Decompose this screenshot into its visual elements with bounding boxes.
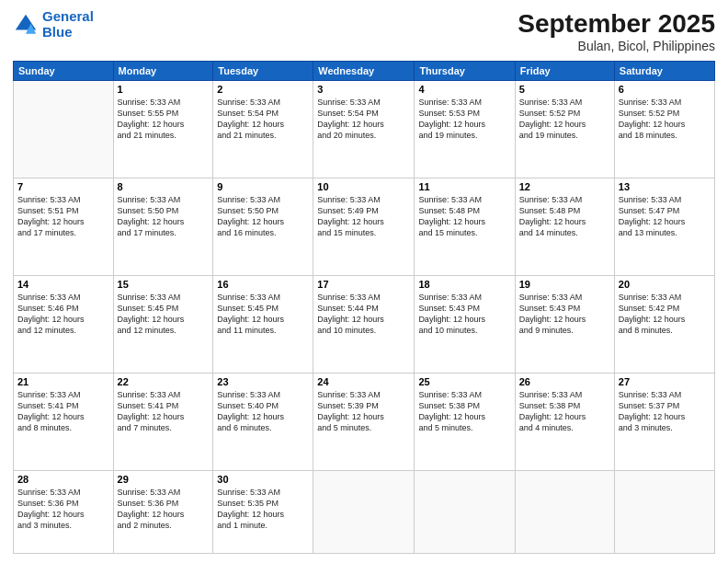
- cell-line: Sunset: 5:39 PM: [317, 400, 410, 411]
- cell-line: Sunrise: 5:33 AM: [118, 194, 210, 205]
- cell-line: Daylight: 12 hours: [619, 216, 711, 227]
- cell-line: Sunrise: 5:33 AM: [217, 389, 309, 400]
- cell-line: Sunrise: 5:33 AM: [619, 97, 711, 108]
- header: General Blue September 2025 Bulan, Bicol…: [13, 9, 715, 53]
- cell-line: and 13 minutes.: [619, 227, 711, 238]
- cell-line: Sunrise: 5:33 AM: [317, 292, 410, 303]
- day-number: 15: [118, 279, 210, 290]
- calendar-cell: 15Sunrise: 5:33 AMSunset: 5:45 PMDayligh…: [113, 276, 213, 373]
- cell-line: Daylight: 12 hours: [17, 216, 109, 227]
- cell-line: Sunset: 5:48 PM: [418, 205, 510, 216]
- cell-line: and 19 minutes.: [519, 130, 610, 141]
- calendar-cell: 4Sunrise: 5:33 AMSunset: 5:53 PMDaylight…: [415, 81, 515, 178]
- cell-line: and 17 minutes.: [118, 227, 210, 238]
- calendar-cell: 18Sunrise: 5:33 AMSunset: 5:43 PMDayligh…: [415, 276, 515, 373]
- day-number: 23: [217, 376, 309, 387]
- cell-line: Daylight: 12 hours: [17, 314, 109, 325]
- cell-line: Sunrise: 5:33 AM: [217, 487, 309, 498]
- cell-line: and 7 minutes.: [118, 422, 210, 433]
- month-title: September 2025: [518, 9, 715, 39]
- cell-line: and 20 minutes.: [317, 130, 410, 141]
- cell-line: Sunset: 5:52 PM: [519, 108, 610, 119]
- svg-marker-0: [16, 14, 36, 29]
- cell-line: Sunset: 5:38 PM: [519, 400, 610, 411]
- calendar-cell: 5Sunrise: 5:33 AMSunset: 5:52 PMDaylight…: [515, 81, 614, 178]
- calendar-cell: 23Sunrise: 5:33 AMSunset: 5:40 PMDayligh…: [213, 373, 313, 471]
- day-number: 26: [519, 376, 610, 387]
- calendar-cell: [14, 81, 114, 178]
- day-number: 14: [17, 279, 109, 290]
- weekday-wednesday: Wednesday: [313, 62, 415, 81]
- cell-line: Sunset: 5:45 PM: [217, 303, 309, 314]
- weekday-header-row: SundayMondayTuesdayWednesdayThursdayFrid…: [14, 62, 715, 81]
- day-number: 20: [619, 279, 711, 290]
- cell-line: Sunset: 5:48 PM: [519, 205, 610, 216]
- cell-line: Sunrise: 5:33 AM: [519, 97, 610, 108]
- cell-line: and 21 minutes.: [118, 130, 210, 141]
- day-number: 22: [118, 376, 210, 387]
- cell-line: Daylight: 12 hours: [519, 411, 610, 422]
- day-number: 4: [418, 84, 510, 95]
- logo-text: General Blue: [42, 9, 94, 40]
- cell-line: Sunrise: 5:33 AM: [118, 97, 210, 108]
- calendar-cell: [415, 471, 515, 554]
- day-number: 16: [217, 279, 309, 290]
- cell-line: Sunrise: 5:33 AM: [418, 292, 510, 303]
- cell-line: Sunrise: 5:33 AM: [619, 292, 711, 303]
- cell-line: Sunrise: 5:33 AM: [418, 97, 510, 108]
- cell-line: and 3 minutes.: [619, 422, 711, 433]
- calendar-cell: [614, 471, 714, 554]
- cell-line: Sunset: 5:38 PM: [418, 400, 510, 411]
- cell-line: Sunset: 5:52 PM: [619, 108, 711, 119]
- cell-line: and 8 minutes.: [619, 325, 711, 336]
- cell-line: Sunrise: 5:33 AM: [317, 194, 410, 205]
- week-row-0: 1Sunrise: 5:33 AMSunset: 5:55 PMDaylight…: [14, 81, 715, 178]
- cell-line: Sunset: 5:55 PM: [118, 108, 210, 119]
- cell-line: Daylight: 12 hours: [317, 314, 410, 325]
- day-number: 7: [17, 181, 109, 192]
- cell-line: and 4 minutes.: [519, 422, 610, 433]
- calendar-cell: 17Sunrise: 5:33 AMSunset: 5:44 PMDayligh…: [313, 276, 415, 373]
- cell-line: Sunrise: 5:33 AM: [619, 194, 711, 205]
- cell-line: and 21 minutes.: [217, 130, 309, 141]
- weekday-thursday: Thursday: [415, 62, 515, 81]
- day-number: 19: [519, 279, 610, 290]
- cell-line: Daylight: 12 hours: [619, 119, 711, 130]
- day-number: 18: [418, 279, 510, 290]
- cell-line: and 3 minutes.: [17, 520, 109, 531]
- calendar-cell: [515, 471, 614, 554]
- day-number: 3: [317, 84, 410, 95]
- cell-line: Daylight: 12 hours: [418, 216, 510, 227]
- cell-line: Sunrise: 5:33 AM: [619, 389, 711, 400]
- cell-line: Sunset: 5:40 PM: [217, 400, 309, 411]
- cell-line: Sunset: 5:43 PM: [418, 303, 510, 314]
- cell-line: Sunset: 5:46 PM: [17, 303, 109, 314]
- cell-line: Daylight: 12 hours: [17, 411, 109, 422]
- weekday-tuesday: Tuesday: [213, 62, 313, 81]
- day-number: 29: [118, 474, 210, 485]
- week-row-3: 21Sunrise: 5:33 AMSunset: 5:41 PMDayligh…: [14, 373, 715, 471]
- cell-line: Sunset: 5:45 PM: [118, 303, 210, 314]
- day-number: 27: [619, 376, 711, 387]
- cell-line: Sunrise: 5:33 AM: [519, 194, 610, 205]
- cell-line: and 10 minutes.: [317, 325, 410, 336]
- cell-line: Sunset: 5:43 PM: [519, 303, 610, 314]
- cell-line: Daylight: 12 hours: [217, 216, 309, 227]
- cell-line: Sunset: 5:50 PM: [118, 205, 210, 216]
- cell-line: Daylight: 12 hours: [418, 411, 510, 422]
- calendar-cell: 8Sunrise: 5:33 AMSunset: 5:50 PMDaylight…: [113, 178, 213, 276]
- cell-line: Sunset: 5:54 PM: [217, 108, 309, 119]
- day-number: 13: [619, 181, 711, 192]
- cell-line: Daylight: 12 hours: [519, 314, 610, 325]
- calendar-cell: 7Sunrise: 5:33 AMSunset: 5:51 PMDaylight…: [14, 178, 114, 276]
- cell-line: Daylight: 12 hours: [118, 216, 210, 227]
- weekday-monday: Monday: [113, 62, 213, 81]
- cell-line: Sunrise: 5:33 AM: [17, 194, 109, 205]
- cell-line: Daylight: 12 hours: [118, 119, 210, 130]
- cell-line: Daylight: 12 hours: [418, 314, 510, 325]
- cell-line: Sunrise: 5:33 AM: [519, 389, 610, 400]
- cell-line: Sunrise: 5:33 AM: [418, 389, 510, 400]
- cell-line: and 2 minutes.: [118, 520, 210, 531]
- day-number: 17: [317, 279, 410, 290]
- calendar-cell: 3Sunrise: 5:33 AMSunset: 5:54 PMDaylight…: [313, 81, 415, 178]
